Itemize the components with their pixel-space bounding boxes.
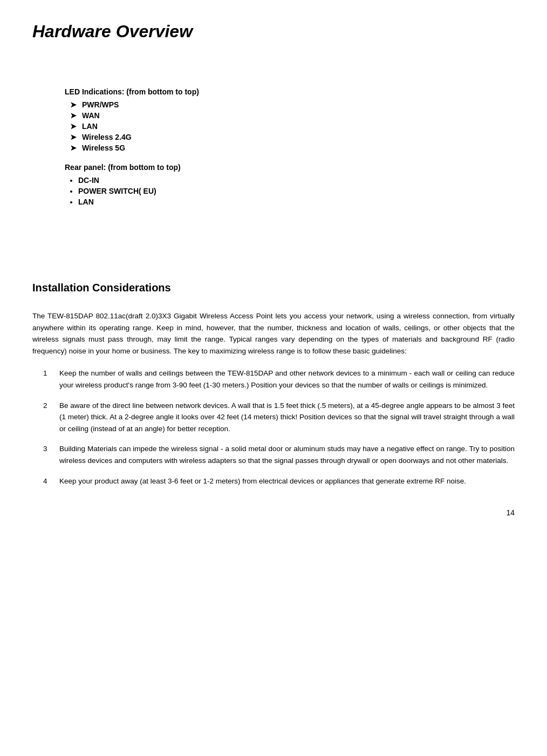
list-item: 2 Be aware of the direct line between ne…: [43, 400, 515, 435]
led-section: LED Indications: (from bottom to top) ➤ …: [65, 87, 515, 152]
arrow-icon: ➤: [70, 144, 77, 152]
list-item: 1 Keep the number of walls and ceilings …: [43, 367, 515, 391]
rear-section: Rear panel: (from bottom to top) DC-IN P…: [65, 163, 515, 206]
led-item-4: Wireless 2.4G: [82, 133, 132, 141]
led-item-5: Wireless 5G: [82, 144, 125, 152]
rear-list: DC-IN POWER SWITCH( EU) LAN: [65, 176, 515, 206]
list-item: ➤ Wireless 2.4G: [70, 133, 515, 141]
list-item: ➤ PWR/WPS: [70, 100, 515, 109]
guidelines-list: 1 Keep the number of walls and ceilings …: [43, 367, 515, 487]
page-title: Hardware Overview: [32, 22, 515, 42]
installation-body: The TEW-815DAP 802.11ac(draft 2.0)3X3 Gi…: [32, 310, 515, 357]
list-content: Keep your product away (at least 3-6 fee…: [59, 475, 515, 487]
list-item: 3 Building Materials can impede the wire…: [43, 443, 515, 466]
list-number: 2: [43, 400, 59, 412]
list-item: LAN: [78, 197, 515, 206]
led-item-2: WAN: [82, 111, 100, 120]
led-item-1: PWR/WPS: [82, 100, 119, 109]
rear-label: Rear panel: (from bottom to top): [65, 163, 515, 172]
list-item: ➤ LAN: [70, 122, 515, 131]
installation-section: Installation Considerations The TEW-815D…: [32, 282, 515, 487]
page-number: 14: [32, 508, 515, 517]
arrow-icon: ➤: [70, 111, 77, 120]
led-list: ➤ PWR/WPS ➤ WAN ➤ LAN ➤ Wireless 2.4G ➤ …: [65, 100, 515, 152]
list-item: DC-IN: [78, 176, 515, 185]
list-item: POWER SWITCH( EU): [78, 187, 515, 195]
list-content: Keep the number of walls and ceilings be…: [59, 367, 515, 391]
list-item: 4 Keep your product away (at least 3-6 f…: [43, 475, 515, 487]
led-label: LED Indications: (from bottom to top): [65, 87, 515, 96]
list-item: ➤ Wireless 5G: [70, 144, 515, 152]
arrow-icon: ➤: [70, 133, 77, 141]
list-number: 1: [43, 367, 59, 379]
arrow-icon: ➤: [70, 122, 77, 131]
led-item-3: LAN: [82, 122, 98, 131]
list-number: 4: [43, 475, 59, 487]
list-item: ➤ WAN: [70, 111, 515, 120]
list-content: Be aware of the direct line between netw…: [59, 400, 515, 435]
list-content: Building Materials can impede the wirele…: [59, 443, 515, 466]
installation-title: Installation Considerations: [32, 282, 515, 294]
list-number: 3: [43, 443, 59, 455]
arrow-icon: ➤: [70, 100, 77, 109]
